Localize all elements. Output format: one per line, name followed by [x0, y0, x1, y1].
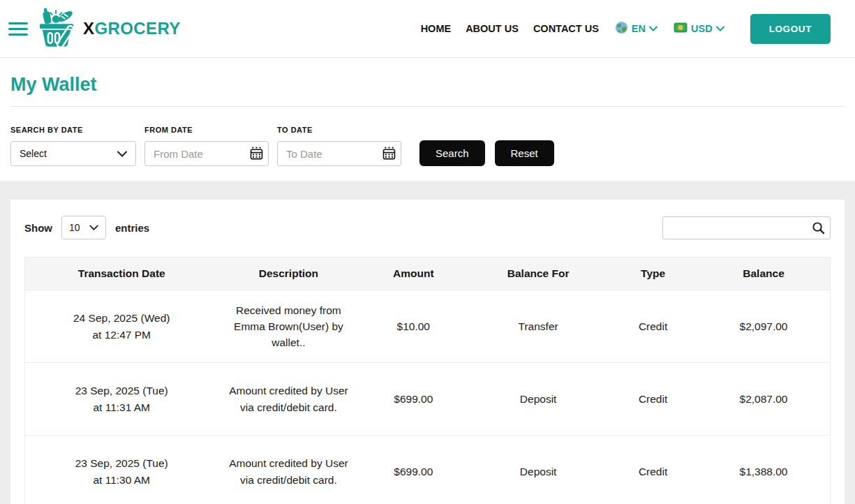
- nav-contact-us[interactable]: CONTACT US: [533, 23, 599, 34]
- language-selector[interactable]: EN: [615, 21, 657, 36]
- col-description: Description: [218, 258, 359, 290]
- chevron-down-icon: [89, 225, 98, 230]
- cell-transaction-date: 23 Sep, 2025 (Tue)at 11:31 AM: [25, 363, 218, 436]
- cell-balance: $1,388.00: [697, 436, 830, 504]
- divider: [10, 106, 845, 107]
- cell-balance: $2,087.00: [697, 363, 830, 436]
- select-value: Select: [20, 148, 47, 159]
- filter-row: SEARCH BY DATE Select FROM DATE: [0, 126, 855, 166]
- col-amount: Amount: [359, 258, 468, 290]
- language-label: EN: [632, 23, 646, 34]
- logout-button[interactable]: LOGOUT: [750, 14, 831, 44]
- cell-type: Credit: [609, 290, 697, 363]
- top-navbar: XGROCERY HOME ABOUT US CONTACT US EN: [0, 0, 855, 58]
- search-button[interactable]: Search: [419, 140, 485, 166]
- cell-transaction-date: 23 Sep, 2025 (Tue)at 11:30 AM: [25, 436, 218, 504]
- table-search-input[interactable]: [662, 216, 831, 239]
- calendar-icon[interactable]: [382, 147, 396, 162]
- chevron-down-icon: [716, 26, 724, 31]
- cell-amount: $699.00: [359, 436, 468, 504]
- table-controls: Show 10 entries: [24, 216, 831, 239]
- currency-label: USD: [691, 23, 713, 34]
- cell-transaction-date: 24 Sep, 2025 (Wed)at 12:47 PM: [25, 290, 218, 363]
- to-date-group: TO DATE: [277, 126, 401, 166]
- cell-type: Credit: [609, 436, 697, 504]
- cell-description: Received money from Emma Brown(User) by …: [218, 290, 359, 363]
- transactions-card: Show 10 entries Transaction Date Descrip…: [10, 200, 845, 504]
- col-transaction-date: Transaction Date: [25, 258, 218, 290]
- cell-amount: $699.00: [359, 363, 468, 436]
- entries-value: 10: [69, 222, 80, 233]
- reset-button[interactable]: Reset: [495, 140, 554, 166]
- to-date-label: TO DATE: [277, 126, 401, 134]
- table-header-row: Transaction Date Description Amount Bala…: [25, 258, 831, 290]
- calendar-icon[interactable]: [250, 147, 263, 162]
- col-balance-for: Balance For: [468, 258, 609, 290]
- table-row: 24 Sep, 2025 (Wed)at 12:47 PM Received m…: [25, 290, 831, 363]
- search-icon[interactable]: [812, 221, 825, 237]
- table-row: 23 Sep, 2025 (Tue)at 11:31 AM Amount cre…: [25, 363, 831, 436]
- globe-icon: [615, 21, 628, 36]
- table-row: 23 Sep, 2025 (Tue)at 11:30 AM Amount cre…: [25, 436, 831, 504]
- cell-description: Amount credited by User via credit/debit…: [218, 363, 359, 436]
- col-balance: Balance: [697, 258, 830, 290]
- nav-about-us[interactable]: ABOUT US: [466, 23, 519, 34]
- cell-type: Credit: [609, 363, 697, 436]
- entries-label: entries: [115, 222, 149, 234]
- col-type: Type: [609, 258, 697, 290]
- main-nav: HOME ABOUT US CONTACT US EN: [421, 14, 831, 44]
- wallet-filter-panel: My Wallet SEARCH BY DATE Select FROM DAT…: [0, 58, 855, 181]
- entries-per-page-select[interactable]: 10: [61, 216, 106, 239]
- search-by-date-group: SEARCH BY DATE Select: [10, 126, 136, 166]
- currency-selector[interactable]: USD: [674, 22, 724, 35]
- nav-home[interactable]: HOME: [421, 23, 452, 34]
- basket-icon: [38, 7, 78, 50]
- transactions-table: Transaction Date Description Amount Bala…: [24, 257, 831, 504]
- page-title: My Wallet: [10, 74, 845, 96]
- cell-balance: $2,097.00: [697, 290, 830, 363]
- cell-description: Amount credited by User via credit/debit…: [218, 436, 359, 504]
- from-date-group: FROM DATE: [144, 126, 269, 166]
- cell-balance-for: Deposit: [468, 363, 609, 436]
- cell-amount: $10.00: [359, 290, 468, 363]
- show-label: Show: [24, 222, 52, 234]
- chevron-down-icon: [117, 151, 127, 157]
- menu-icon[interactable]: [8, 19, 28, 39]
- search-by-date-select[interactable]: Select: [10, 141, 136, 166]
- cell-balance-for: Deposit: [468, 436, 609, 504]
- cell-balance-for: Transfer: [468, 290, 609, 363]
- search-by-date-label: SEARCH BY DATE: [10, 126, 136, 134]
- chevron-down-icon: [649, 26, 657, 31]
- money-icon: [674, 22, 687, 35]
- from-date-label: FROM DATE: [144, 126, 269, 134]
- brand-wordmark: XGROCERY: [83, 19, 181, 38]
- brand-logo[interactable]: XGROCERY: [38, 7, 181, 50]
